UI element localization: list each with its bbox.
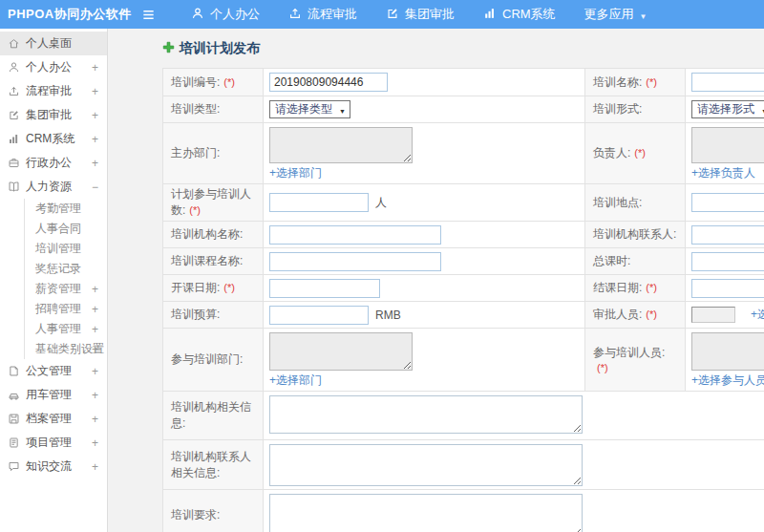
app-logo: PHPOA协同办公软件 <box>0 6 141 23</box>
sidebar: 个人桌面 个人办公 + 流程审批 + 集团审批 + CRM系统 + 行政办公 +… <box>0 29 108 532</box>
expand-icon[interactable]: + <box>92 365 98 378</box>
start-date-input[interactable] <box>269 279 380 298</box>
sidebar-item-workflow-approval[interactable]: 流程审批 + <box>0 79 107 103</box>
org-contact-info-label: 培训机构联系人相关信息: <box>171 450 251 479</box>
nav-workflow-approval[interactable]: 流程审批 <box>288 6 357 23</box>
expand-icon[interactable]: + <box>92 460 98 474</box>
select-participants-link[interactable]: +选择参与人员 <box>691 372 764 389</box>
select-leader-link[interactable]: +选择负责人 <box>691 165 755 181</box>
org-contact-input[interactable] <box>691 225 764 245</box>
nav-personal-office[interactable]: 个人办公 <box>191 6 260 23</box>
expand-icon[interactable]: + <box>92 283 98 296</box>
org-contact-label: 培训机构联系人: <box>593 227 676 241</box>
approver-label: 审批人员: <box>593 308 642 321</box>
sidebar-subitem-personnel[interactable]: 人事管理+ <box>25 319 107 339</box>
leader-textarea[interactable] <box>691 127 764 163</box>
expand-icon[interactable]: + <box>92 389 98 402</box>
sidebar-item-knowledge[interactable]: 知识交流 + <box>0 455 107 479</box>
expand-icon[interactable]: + <box>92 343 98 356</box>
training-type-select[interactable]: 请选择类型 <box>269 100 350 118</box>
expand-icon[interactable]: + <box>92 157 98 170</box>
sidebar-subitem-rewards[interactable]: 奖惩记录 <box>25 259 107 279</box>
expand-icon[interactable]: + <box>92 109 98 122</box>
expand-icon[interactable]: + <box>92 323 98 336</box>
form-row: 培训类型: 请选择类型 培训形式: 请选择形式 <box>163 96 764 123</box>
form-row: 培训课程名称: 总课时: <box>163 248 764 275</box>
chart-icon <box>483 7 497 23</box>
training-name-input[interactable] <box>691 73 764 92</box>
sidebar-item-personal-desktop[interactable]: 个人桌面 <box>0 32 107 55</box>
sidebar-subitem-base-category[interactable]: 基础类别设置+ <box>25 339 107 359</box>
org-name-input[interactable] <box>269 225 441 245</box>
nav-group-approval[interactable]: 集团审批 <box>386 6 455 23</box>
sidebar-item-personal-office[interactable]: 个人办公 + <box>0 55 107 79</box>
sidebar-item-crm[interactable]: CRM系统 + <box>0 127 107 151</box>
book-icon <box>8 181 20 193</box>
sidebar-item-official-docs[interactable]: 公文管理 + <box>0 359 107 383</box>
participants-textarea[interactable] <box>691 332 764 371</box>
total-hours-input[interactable] <box>691 252 764 271</box>
sidebar-item-projects[interactable]: 项目管理 + <box>0 431 107 455</box>
budget-input[interactable] <box>269 306 369 325</box>
org-contact-info-textarea[interactable] <box>269 444 583 486</box>
collapse-icon[interactable]: − <box>92 181 98 194</box>
org-info-textarea[interactable] <box>269 395 583 434</box>
sidebar-item-label: 人力资源 <box>26 179 72 195</box>
expand-icon[interactable]: + <box>92 413 98 426</box>
sidebar-subitem-hr-contract[interactable]: 人事合同 <box>25 219 107 239</box>
training-id-input[interactable] <box>269 73 388 92</box>
expand-icon[interactable]: + <box>92 436 98 450</box>
top-navigation-bar: PHPOA协同办公软件 个人办公 流程审批 集团审批 CRM系统 更多应用 <box>0 0 764 29</box>
org-info-label: 培训机构相关信息: <box>171 400 251 430</box>
sidebar-subitem-training[interactable]: 培训管理 <box>25 239 107 259</box>
end-date-input[interactable] <box>691 279 764 298</box>
sidebar-subitem-attendance[interactable]: 考勤管理 <box>25 199 107 219</box>
planned-count-input[interactable] <box>269 193 369 212</box>
nav-label: 集团审批 <box>405 6 455 23</box>
sidebar-subitem-salary[interactable]: 薪资管理+ <box>25 279 107 299</box>
requirements-textarea[interactable] <box>269 494 583 532</box>
select-dept-link[interactable]: +选择部门 <box>269 165 322 181</box>
training-form-select[interactable]: 请选择形式 <box>691 100 764 118</box>
sidebar-item-label: 用车管理 <box>26 387 72 403</box>
sidebar-item-label: 个人桌面 <box>26 35 72 52</box>
expand-icon[interactable]: + <box>92 133 98 146</box>
select-dept-link[interactable]: +选择部门 <box>269 372 322 389</box>
edit-icon <box>386 7 399 23</box>
sidebar-item-group-approval[interactable]: 集团审批 + <box>0 103 107 127</box>
sidebar-subitem-recruitment[interactable]: 招聘管理+ <box>25 299 107 319</box>
sidebar-item-archives[interactable]: 档案管理 + <box>0 407 107 431</box>
form-row: 参与培训部门: +选择部门 参与培训人员:(*) +选择参与人员 <box>163 329 764 392</box>
expand-icon[interactable]: + <box>92 85 98 98</box>
main-content: 培训计划发布 培训编号:(*) 培训名称:(*) 培训类型: 请选择类型 培训形… <box>109 29 764 532</box>
hamburger-menu-icon[interactable] <box>141 8 166 22</box>
participants-label: 参与培训人员: <box>593 346 665 359</box>
nav-crm-system[interactable]: CRM系统 <box>483 6 556 23</box>
form-row: 培训要求: <box>163 490 764 532</box>
requirements-label: 培训要求: <box>171 508 220 521</box>
sidebar-subitem-label: 薪资管理 <box>35 281 81 297</box>
nav-more-apps[interactable]: 更多应用 <box>584 6 647 23</box>
upload-icon <box>288 7 302 23</box>
required-marker: (*) <box>646 309 657 320</box>
chat-icon <box>8 460 20 473</box>
sidebar-subitem-label: 奖惩记录 <box>35 261 81 277</box>
sidebar-item-human-resources[interactable]: 人力资源 − <box>0 175 107 199</box>
start-date-label: 开课日期: <box>171 281 220 294</box>
location-input[interactable] <box>691 193 764 212</box>
approver-input[interactable] <box>691 307 735 323</box>
sidebar-item-label: 流程审批 <box>26 83 72 99</box>
expand-icon[interactable]: + <box>92 61 98 74</box>
training-plan-form: 培训编号:(*) 培训名称:(*) 培训类型: 请选择类型 培训形式: 请选择形… <box>162 68 764 532</box>
participate-dept-textarea[interactable] <box>269 332 413 371</box>
nav-label: CRM系统 <box>502 6 556 23</box>
course-name-input[interactable] <box>269 252 441 271</box>
host-dept-textarea[interactable] <box>269 127 413 163</box>
sidebar-item-administrative-office[interactable]: 行政办公 + <box>0 151 107 175</box>
select-value: 请选择类型 <box>275 101 332 117</box>
expand-icon[interactable]: + <box>92 303 98 316</box>
sidebar-item-vehicle[interactable]: 用车管理 + <box>0 383 107 407</box>
select-value: 请选择形式 <box>697 101 754 117</box>
select-approver-link[interactable]: +选择审批人员 <box>751 308 764 321</box>
page-title-text: 培训计划发布 <box>180 40 260 57</box>
